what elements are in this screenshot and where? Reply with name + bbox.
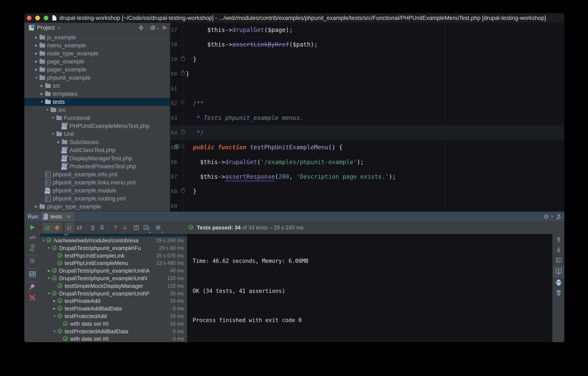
scroll-to-end-icon[interactable] (555, 268, 562, 275)
project-tree-item[interactable]: ▶node_type_example (24, 49, 170, 57)
project-tree-item[interactable]: ProtectedPrivatesTest.php (24, 162, 170, 170)
code-text[interactable]: } (186, 66, 189, 81)
clear-console-icon[interactable] (555, 289, 562, 297)
gear-icon[interactable] (149, 24, 157, 31)
line-number[interactable]: 57 (170, 23, 177, 37)
editor-line[interactable]: 63 * Tests phpunit_example menus. (170, 111, 564, 125)
restore-layout-button[interactable] (29, 270, 36, 278)
chevron-collapsed-icon[interactable]: ▶ (40, 90, 45, 98)
test-tree-row[interactable]: ▼Drupal\Tests\phpunit_example\Unit\I120 … (40, 275, 187, 282)
line-number[interactable]: 66 (170, 155, 177, 169)
pin-tab-icon[interactable] (29, 283, 36, 291)
show-ignored-toggle[interactable] (52, 223, 62, 232)
project-tree-item[interactable]: PHPUnitExampleMenuTest.php (24, 122, 170, 130)
chevron-collapsed-icon[interactable]: ▶ (34, 42, 39, 49)
test-tree-row[interactable]: ▼testProtectedAdd10 ms (40, 312, 187, 320)
code-text[interactable]: /** (186, 96, 204, 111)
project-tree-item[interactable]: ▶menu_example (24, 42, 170, 49)
code-text[interactable]: } (186, 52, 197, 66)
editor-line[interactable]: 60} (170, 66, 564, 81)
project-tree-item[interactable]: ▼Functional (24, 114, 170, 122)
chevron-down-icon[interactable]: ▾ (59, 23, 60, 33)
editor-line[interactable]: 59 } (170, 52, 564, 66)
gear-icon[interactable]: ▾ (154, 223, 163, 232)
chevron-collapsed-icon[interactable]: ▶ (34, 57, 39, 66)
show-passed-toggle[interactable] (43, 223, 52, 232)
editor-line[interactable]: 64 */ (170, 125, 564, 140)
code-text[interactable]: $this->assertResponse(200, 'Description … (186, 169, 396, 184)
chevron-expanded-icon[interactable]: ▼ (51, 114, 56, 122)
test-tree-row[interactable]: ▶testPrivateAddBadData0 ms (40, 305, 187, 312)
test-tree-row[interactable]: testSimpleMockDisplayManager120 ms (40, 282, 187, 290)
editor-line[interactable]: 62 /** (170, 96, 564, 111)
project-tree-item[interactable]: AddClassTest.php (24, 146, 170, 154)
sort-by-duration-button[interactable] (75, 223, 84, 232)
line-number[interactable]: 62 (170, 96, 177, 111)
chevron-expanded-icon[interactable]: ▼ (52, 328, 57, 335)
project-tree-item[interactable]: phpunit_example.links.menu.yml (24, 178, 170, 187)
hide-panel-icon[interactable] (161, 24, 168, 31)
project-tree-item[interactable]: ▶src (24, 82, 170, 90)
editor-line[interactable]: 57 $this->drupalGet($page); (170, 23, 564, 37)
project-tree-item[interactable]: ▶Subclasses (24, 138, 170, 146)
project-panel-header[interactable]: Project ▾ ▾ (24, 23, 170, 33)
line-number[interactable]: 61 (170, 81, 177, 96)
rerun-failed-tests-button[interactable] (29, 234, 36, 242)
console-line[interactable]: OK (34 tests, 41 assertions) (193, 288, 285, 294)
console-line[interactable]: Time: 46.62 seconds, Memory: 6.00MB (193, 258, 308, 264)
console-line[interactable]: Process finished with exit code 0 (193, 317, 302, 323)
up-stacktrace-icon[interactable] (555, 236, 562, 243)
line-number[interactable]: 69 (170, 199, 177, 211)
down-stacktrace-icon[interactable] (555, 246, 562, 254)
run-console[interactable]: Time: 46.62 seconds, Memory: 6.00MBOK (3… (187, 234, 553, 342)
hide-toolwindow-icon[interactable] (555, 213, 562, 220)
chevron-expanded-icon[interactable]: ▼ (45, 106, 50, 114)
line-number[interactable]: 63 (170, 111, 177, 125)
editor-line[interactable]: 68 } (170, 184, 564, 199)
line-number[interactable]: 64 (170, 125, 177, 140)
chevron-expanded-icon[interactable]: ▼ (47, 290, 51, 297)
code-text[interactable]: */ (186, 125, 204, 140)
project-tree-item[interactable]: ▶plugin_type_example (24, 203, 170, 211)
chevron-expanded-icon[interactable]: ▼ (34, 74, 39, 82)
project-tree-item[interactable]: ▼src (24, 106, 170, 114)
project-tree-item[interactable]: ▼tests (24, 98, 170, 106)
test-tree-row[interactable]: ▼Drupal\Tests\phpunit_example\Unit\P20 m… (40, 290, 187, 297)
test-results-root-row[interactable] (40, 234, 187, 237)
stop-button[interactable] (29, 257, 36, 265)
sort-alphabetically-toggle[interactable]: a z (65, 223, 74, 232)
chevron-expanded-icon[interactable]: ▼ (41, 237, 46, 244)
code-text[interactable]: $this->drupalGet($page); (186, 23, 293, 37)
line-number[interactable]: 59 (170, 52, 177, 66)
project-tree-item[interactable]: ▶templates (24, 90, 170, 98)
test-history-icon[interactable]: ▾ (142, 223, 151, 232)
test-tree-row[interactable]: ▶Drupal\Tests\phpunit_example\Unit\A40 m… (40, 267, 187, 275)
code-text[interactable]: $this->drupalGet('/examples/phpunit-exam… (186, 155, 364, 169)
editor-line[interactable]: 66 $this->drupalGet('/examples/phpunit-e… (170, 155, 564, 169)
fold-marker-icon[interactable] (181, 145, 184, 148)
chevron-collapsed-icon[interactable]: ▶ (47, 267, 51, 275)
line-number[interactable]: 58 (170, 37, 177, 52)
chevron-collapsed-icon[interactable]: ▶ (40, 82, 45, 90)
close-tab-icon[interactable]: × (67, 212, 70, 221)
editor-line[interactable]: 58 $this->assertLinkByHref($path); (170, 37, 564, 52)
tab-tests[interactable]: tests × (41, 212, 74, 221)
code-text[interactable]: public function testPhpUnitExampleMenu()… (186, 140, 343, 155)
soft-wrap-icon[interactable] (555, 257, 562, 264)
code-text[interactable]: * Tests phpunit_example menus. (186, 111, 303, 125)
line-number[interactable]: 68 (170, 184, 177, 199)
close-run-panel-icon[interactable] (29, 294, 36, 302)
project-tree-item[interactable]: ▶pager_example (24, 66, 170, 74)
test-tree-row[interactable]: ▼testProtectedAddBadData0 ms (40, 328, 187, 335)
test-tree-row[interactable]: with data set #00 ms (40, 335, 187, 342)
test-tree-row[interactable]: testPhpUnitExampleLink15 s 570 ms (40, 252, 187, 259)
test-tree-row[interactable]: ▼/var/www/web/modules/contrib/exa29 s 24… (40, 237, 187, 244)
project-tree-item[interactable]: DisplayManagerTest.php (24, 154, 170, 162)
project-panel-title[interactable]: Project (37, 23, 55, 33)
titlebar[interactable]: drupal-testing-workshop [~/Code/os/drupa… (24, 13, 564, 23)
collapse-all-button[interactable] (98, 223, 106, 232)
next-failed-test-button[interactable] (120, 223, 129, 232)
test-tree-row[interactable]: with data set #010 ms (40, 320, 187, 328)
chevron-collapsed-icon[interactable]: ▶ (34, 66, 39, 74)
code-text[interactable]: } (186, 184, 197, 199)
